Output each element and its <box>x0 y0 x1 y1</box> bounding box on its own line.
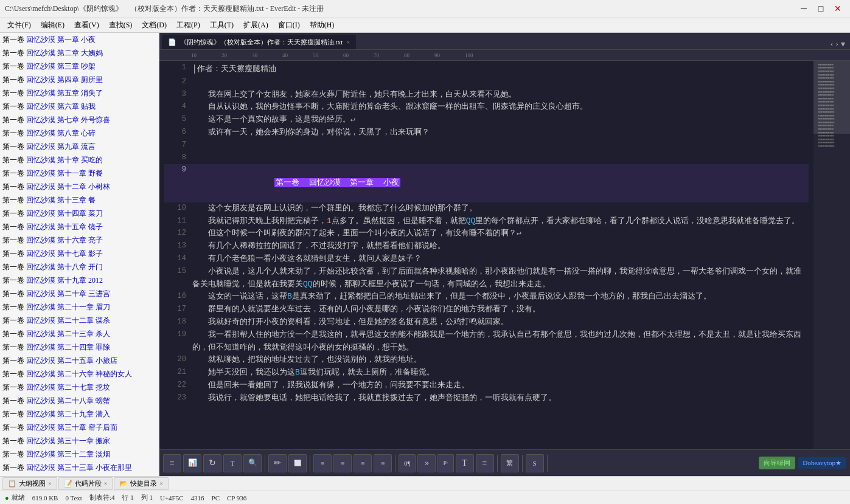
line-num-20: 20 <box>164 354 190 367</box>
sidebar-item-29[interactable]: 第一卷 回忆沙漠 第三十章 帘子后面 <box>0 421 159 434</box>
para1-button[interactable]: 0¶ <box>399 454 416 472</box>
ruler: 10 20 30 40 50 60 70 80 90 100 <box>159 50 850 61</box>
sidebar-item-12[interactable]: 第一卷 回忆沙漠 第十三章 餐 <box>0 193 159 207</box>
text2-button[interactable]: T <box>456 454 474 472</box>
para2-button[interactable]: P· <box>437 454 453 472</box>
snippet-tab[interactable]: 📝 代码片段 × <box>58 477 113 490</box>
menu-view[interactable]: 查看(V) <box>69 19 104 32</box>
directory-tab[interactable]: 📂 快捷目录 × <box>114 477 169 490</box>
line-11: 11 我就记得那天晚上我刚把完稿子，1点多了。虽然挺困，但是睡不着，就把QQ里的… <box>164 215 809 228</box>
active-tab[interactable]: 📄 《阴约惊魂》（校对版全本）作者：天天擦瘦腿精油.txt × <box>162 35 356 49</box>
tab-menu-button[interactable]: ▾ <box>841 39 845 49</box>
text-button[interactable]: T <box>223 454 242 472</box>
sidebar-item-11[interactable]: 第一卷 回忆沙漠 第十二章 小树林 <box>0 180 159 193</box>
list-button[interactable]: ≡ <box>163 454 181 472</box>
sidebar-item-0[interactable]: 第一卷 回忆沙漠 第一章 小夜 <box>0 33 159 46</box>
sidebar-item-31[interactable]: 第一卷 回忆沙漠 第三十二章 淡烟 <box>0 447 159 461</box>
outline-close[interactable]: × <box>48 480 52 487</box>
sidebar-item-22[interactable]: 第一卷 回忆沙漠 第二十三章 杀人 <box>0 327 159 340</box>
line-num-8: 8 <box>164 152 190 165</box>
tab-next-button[interactable]: › <box>835 40 838 49</box>
maximize-button[interactable]: □ <box>813 2 828 16</box>
line-num-22: 22 <box>164 379 190 392</box>
sidebar-item-17[interactable]: 第一卷 回忆沙漠 第十八章 开门 <box>0 260 159 274</box>
menu-tools[interactable]: 工具(T) <box>205 19 239 32</box>
line-num-13: 13 <box>164 240 190 253</box>
close-button[interactable]: ✕ <box>831 2 845 16</box>
text-editor[interactable]: 1 │作者：天天擦瘦腿精油 2 3 我在网上交了个女朋友，她家在火葬厂附近住，她… <box>159 61 813 449</box>
sidebar-item-5[interactable]: 第一卷 回忆沙漠 第六章 贴我 <box>0 100 159 113</box>
minimap-viewport[interactable] <box>813 61 850 134</box>
sidebar-item-15[interactable]: 第一卷 回忆沙漠 第十六章 亮子 <box>0 233 159 247</box>
sidebar-item-30[interactable]: 第一卷 回忆沙漠 第三十一章 搬家 <box>0 434 159 447</box>
menu-document[interactable]: 文档(D) <box>137 19 172 32</box>
align-justify-button[interactable]: ≡ <box>374 454 392 472</box>
tab-close-button[interactable]: × <box>346 39 350 46</box>
lines-button[interactable]: ≡ <box>476 454 494 472</box>
sidebar-item-23[interactable]: 第一卷 回忆沙漠 第二十四章 罪除 <box>0 340 159 354</box>
sidebar-item-1[interactable]: 第一卷 回忆沙漠 第二章 大姨妈 <box>0 46 159 60</box>
minimap: ████ ████ ██ ████ ██ ████ ████ ██ ████ █… <box>813 61 850 449</box>
chart-button[interactable]: 📊 <box>183 454 201 472</box>
menu-window[interactable]: 窗口(I) <box>273 19 305 32</box>
menu-project[interactable]: 工程(P) <box>172 19 205 32</box>
tab-char-label: 制表符:4 <box>89 493 115 502</box>
directory-close[interactable]: × <box>159 480 163 487</box>
dense-button[interactable]: 繁 <box>501 454 519 472</box>
mode-label: PC <box>212 494 220 502</box>
sidebar-item-24[interactable]: 第一卷 回忆沙漠 第二十五章 小旅店 <box>0 354 159 367</box>
minimize-button[interactable]: ─ <box>796 2 811 16</box>
line-content-12: 但这个时候一个叫刷夜的群闪了起来，里面一个叫小夜的人说话了，有没有睡不着的啊？↵ <box>190 227 809 240</box>
titlebar: C:\Users\mefch\Desktop\《阴约惊魂》 （校对版全本）作者：… <box>0 0 850 18</box>
align-center-button[interactable]: ≡ <box>333 454 352 472</box>
tab-prev-button[interactable]: ‹ <box>831 40 834 49</box>
outline-label: 大纲视图 <box>19 479 46 488</box>
menu-help[interactable]: 帮助(H) <box>305 19 340 32</box>
sidebar-item-6[interactable]: 第一卷 回忆沙漠 第七章 外号惊喜 <box>0 113 159 126</box>
spell-button[interactable]: S <box>526 454 544 472</box>
line-num-9: 9 <box>164 164 190 202</box>
heavy-button[interactable]: Doheavytop★ <box>798 457 846 469</box>
sidebar-item-28[interactable]: 第一卷 回忆沙漠 第二十九章 潜入 <box>0 407 159 421</box>
sidebar-item-3[interactable]: 第一卷 回忆沙漠 第四章 厕所里 <box>0 73 159 86</box>
sidebar-item-27[interactable]: 第一卷 回忆沙漠 第二十八章 螃蟹 <box>0 394 159 407</box>
line-num-3: 3 <box>164 89 190 102</box>
line-6: 6 或许有一天，她会来到你的身边，对你说，天黑了，出来玩啊？ <box>164 126 809 139</box>
menu-extensions[interactable]: 扩展(A) <box>239 19 273 32</box>
sidebar-item-14[interactable]: 第一卷 回忆沙漠 第十五章 镜子 <box>0 220 159 233</box>
sidebar-item-2[interactable]: 第一卷 回忆沙漠 第三章 吵架 <box>0 60 159 73</box>
guide-button[interactable]: 向导绿网 <box>759 457 795 469</box>
sidebar-item-25[interactable]: 第一卷 回忆沙漠 第二十六章 神秘的女人 <box>0 367 159 381</box>
sidebar-item-32[interactable]: 第一卷 回忆沙漠 第三十三章 小夜在那里 <box>0 461 159 474</box>
menu-search[interactable]: 查找(S) <box>104 19 138 32</box>
outline-tab[interactable]: 📋 大纲视图 × <box>2 477 57 490</box>
align-left-button[interactable]: ≡ <box>313 454 332 472</box>
sidebar-item-20[interactable]: 第一卷 回忆沙漠 第二十一章 眉刀 <box>0 300 159 314</box>
menu-file[interactable]: 文件(F) <box>2 19 36 32</box>
menu-edit[interactable]: 编辑(E) <box>36 19 69 32</box>
sidebar-item-10[interactable]: 第一卷 回忆沙漠 第十一章 野餐 <box>0 167 159 180</box>
snippet-close[interactable]: × <box>104 480 108 487</box>
sidebar-item-18[interactable]: 第一卷 回忆沙漠 第十九章 2012 <box>0 274 159 287</box>
sidebar-item-9[interactable]: 第一卷 回忆沙漠 第十章 买吃的 <box>0 153 159 167</box>
sidebar-item-21[interactable]: 第一卷 回忆沙漠 第二十二章 谋杀 <box>0 314 159 327</box>
sidebar-item-19[interactable]: 第一卷 回忆沙漠 第二十章 三进宫 <box>0 287 159 300</box>
line-content-23: 我说行，就管她要电话，她把电话给我了，我就直接拨过去了，她声音挺骚的，一听我就有… <box>190 392 809 405</box>
box-button[interactable]: ⬜ <box>288 454 307 472</box>
align-right-button[interactable]: ≡ <box>354 454 372 472</box>
sidebar[interactable]: 第一卷 回忆沙漠 第一章 小夜 第一卷 回忆沙漠 第二章 大姨妈 第一卷 回忆沙… <box>0 33 159 476</box>
sidebar-item-8[interactable]: 第一卷 回忆沙漠 第九章 流言 <box>0 140 159 153</box>
line-22: 22 但是回来一看她回了，跟我说挺有缘，一个地方的，问我要不要出来走走。 <box>164 379 809 392</box>
sidebar-item-4[interactable]: 第一卷 回忆沙漠 第五章 消失了 <box>0 86 159 100</box>
quote-button[interactable]: » <box>417 454 436 472</box>
search-button[interactable]: 🔍 <box>243 454 262 472</box>
sidebar-item-16[interactable]: 第一卷 回忆沙漠 第十七章 影子 <box>0 247 159 260</box>
sidebar-item-7[interactable]: 第一卷 回忆沙漠 第八章 心碎 <box>0 126 159 140</box>
directory-icon: 📂 <box>119 480 128 488</box>
refresh-button[interactable]: ↻ <box>203 454 221 472</box>
line-content-1: │作者：天天擦瘦腿精油 <box>190 62 809 76</box>
sidebar-item-13[interactable]: 第一卷 回忆沙漠 第十四章 菜刀 <box>0 207 159 220</box>
sidebar-item-26[interactable]: 第一卷 回忆沙漠 第二十七章 挖坟 <box>0 381 159 394</box>
edit-button[interactable]: ✏ <box>268 454 287 472</box>
statusbar: ● 就绪 619.0 KB 0 Text 制表符:4 行 1 列 1 U+4F5… <box>0 491 850 504</box>
